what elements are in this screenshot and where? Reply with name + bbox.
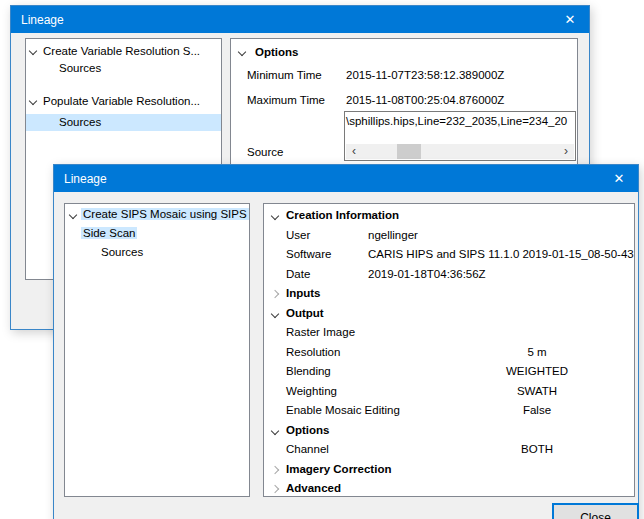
scroll-right-icon[interactable]: ›	[558, 144, 574, 159]
chevron-down-icon[interactable]	[271, 426, 279, 434]
property-row: Maximum Time 2015-11-08T00:25:04.876000Z	[231, 91, 577, 110]
tree-item-selected[interactable]: Create SIPS Mosaic using SIPS Side Scan	[65, 204, 249, 243]
section-header-inputs[interactable]: Inputs	[264, 284, 634, 304]
chevron-down-icon[interactable]	[69, 211, 77, 219]
chevron-right-icon[interactable]	[271, 485, 279, 493]
section-title: Inputs	[286, 287, 321, 299]
property-label: Blending	[286, 365, 331, 377]
property-value: BOTH	[444, 440, 630, 460]
tree-item[interactable]: Create Variable Resolution S...	[26, 43, 221, 60]
section-title: Output	[286, 307, 324, 319]
source-text: \sphillips.hips,Line=232_2035,Line=234_2…	[345, 112, 575, 127]
chevron-down-icon[interactable]	[238, 48, 246, 56]
tree-item-label-line1: Create SIPS Mosaic using SIPS	[81, 208, 249, 220]
property-row: Weighting SWATH	[264, 382, 634, 402]
property-label: Weighting	[286, 385, 337, 397]
tree-item-label: Create Variable Resolution S...	[26, 45, 200, 57]
property-row: Date 2019-01-18T04:36:56Z	[264, 265, 634, 285]
close-icon[interactable]: ✕	[600, 165, 638, 192]
property-label: Minimum Time	[247, 69, 322, 81]
window-title: Lineage	[11, 13, 64, 27]
tree-item-label-line2: Side Scan	[81, 227, 137, 239]
property-row: Channel BOTH	[264, 440, 634, 460]
property-label: Raster Image	[286, 326, 355, 338]
property-value: WEIGHTED	[444, 362, 630, 382]
section-header-output[interactable]: Output	[264, 304, 634, 324]
section-header-options[interactable]: Options	[231, 44, 577, 61]
titlebar-front[interactable]: Lineage ✕	[54, 165, 638, 192]
section-header-creation-information[interactable]: Creation Information	[264, 206, 634, 226]
section-header-imagery-correction[interactable]: Imagery Correction	[264, 460, 634, 480]
chevron-right-icon[interactable]	[271, 290, 279, 298]
property-label: Resolution	[286, 346, 340, 358]
property-grid: Creation Information User ngellinger Sof…	[263, 203, 635, 497]
tree-item[interactable]: Populate Variable Resolution...	[26, 93, 221, 110]
property-label: Date	[286, 268, 310, 280]
tree-item[interactable]: Sources	[26, 60, 221, 77]
tree-item-label: Sources	[26, 116, 101, 128]
chevron-right-icon[interactable]	[271, 465, 279, 473]
section-title: Advanced	[286, 482, 341, 494]
tree-item-label: Sources	[26, 62, 101, 74]
property-value: ngellinger	[368, 226, 418, 246]
property-value: 2019-01-18T04:36:56Z	[368, 265, 486, 285]
property-value: SWATH	[444, 382, 630, 402]
property-row: User ngellinger	[264, 226, 634, 246]
property-row: Software CARIS HIPS and SIPS 11.1.0 2019…	[264, 245, 634, 265]
desktop: Lineage ✕ Create Variable Resolution S..…	[0, 0, 644, 519]
property-row: Raster Image	[264, 323, 634, 343]
property-value: 2015-11-08T00:25:04.876000Z	[346, 91, 504, 110]
section-title: Creation Information	[286, 209, 399, 221]
property-label: Channel	[286, 443, 329, 455]
property-label-source: Source	[247, 144, 283, 161]
horizontal-scrollbar[interactable]: ‹ ›	[346, 144, 574, 159]
property-value: 5 m	[444, 343, 630, 363]
close-icon[interactable]: ✕	[551, 6, 589, 33]
property-row: Minimum Time 2015-11-07T23:58:12.389000Z	[231, 66, 577, 85]
property-row: Resolution 5 m	[264, 343, 634, 363]
scrollbar-thumb[interactable]	[397, 144, 421, 159]
section-title: Imagery Correction	[286, 463, 391, 475]
property-label: Maximum Time	[247, 94, 325, 106]
close-button[interactable]: Close	[552, 503, 639, 519]
property-row: Enable Mosaic Editing False	[264, 401, 634, 421]
section-header-options[interactable]: Options	[264, 421, 634, 441]
lineage-dialog-front: Lineage ✕ Create SIPS Mosaic using SIPS …	[53, 164, 639, 519]
titlebar-back[interactable]: Lineage ✕	[11, 6, 589, 33]
property-value: False	[444, 401, 630, 421]
section-title: Options	[286, 424, 329, 436]
property-value: CARIS HIPS and SIPS 11.1.0 2019-01-15_08…	[368, 245, 634, 265]
property-value: 2015-11-07T23:58:12.389000Z	[346, 66, 504, 85]
tree-item-selected[interactable]: Sources	[26, 114, 221, 131]
window-title: Lineage	[54, 172, 107, 186]
property-label: Enable Mosaic Editing	[286, 404, 400, 416]
property-label: Software	[286, 248, 331, 260]
property-row: Blending WEIGHTED	[264, 362, 634, 382]
chevron-down-icon[interactable]	[271, 212, 279, 220]
scroll-left-icon[interactable]: ‹	[346, 144, 362, 159]
tree-item-label: Populate Variable Resolution...	[26, 95, 200, 107]
chevron-down-icon[interactable]	[271, 309, 279, 317]
source-textbox[interactable]: \sphillips.hips,Line=232_2035,Line=234_2…	[344, 111, 576, 161]
section-header-advanced[interactable]: Advanced	[264, 479, 634, 497]
property-label: User	[286, 229, 310, 241]
section-title: Options	[255, 46, 298, 58]
process-tree-front: Create SIPS Mosaic using SIPS Side Scan …	[64, 203, 250, 497]
tree-item[interactable]: Sources	[65, 243, 249, 262]
tree-item-label: Sources	[101, 246, 143, 258]
